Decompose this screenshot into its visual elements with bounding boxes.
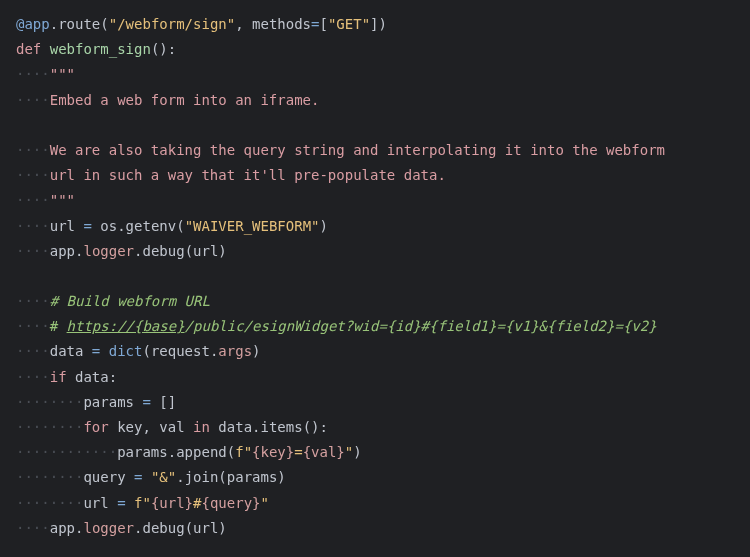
paren-open: ( xyxy=(176,218,184,234)
paren-close: ) xyxy=(353,444,361,460)
parens: () xyxy=(303,419,320,435)
method-name: route xyxy=(58,16,100,32)
equals: = xyxy=(83,343,108,359)
blank-line xyxy=(16,541,734,557)
code-line-7: ····""" xyxy=(16,188,734,213)
paren-close: ) xyxy=(319,218,327,234)
code-line-1: @app.route("/webform/sign", methods=["GE… xyxy=(16,12,734,37)
indent-guide: ········ xyxy=(16,495,83,511)
equals: = xyxy=(311,16,319,32)
paren-open: ( xyxy=(100,16,108,32)
paren-open: ( xyxy=(185,243,193,259)
string-text: = xyxy=(294,444,302,460)
keyword-in: in xyxy=(193,419,210,435)
method: append xyxy=(176,444,227,460)
variable: params xyxy=(83,394,134,410)
blank-line xyxy=(16,113,734,138)
comment-url: https://{base} xyxy=(67,318,185,334)
code-line-16: ············params.append(f"{key}={val}"… xyxy=(16,440,734,465)
equals: = xyxy=(134,394,159,410)
object: app xyxy=(50,520,75,536)
docstring-close: """ xyxy=(50,192,75,208)
empty-list: [] xyxy=(159,394,176,410)
indent-guide: ···· xyxy=(16,293,50,309)
colon: : xyxy=(109,369,117,385)
property: logger xyxy=(83,243,134,259)
property: logger xyxy=(83,520,134,536)
paren-open: ( xyxy=(142,343,150,359)
equals: = xyxy=(126,469,151,485)
equals: = xyxy=(75,218,100,234)
indent-guide: ········ xyxy=(16,469,83,485)
fstring-expr: {query} xyxy=(202,495,261,511)
variable: key xyxy=(117,419,142,435)
object: app xyxy=(50,243,75,259)
code-line-11: ····# https://{base}/public/esignWidget?… xyxy=(16,314,734,339)
string-literal: "GET" xyxy=(328,16,370,32)
paren-open: ( xyxy=(218,469,226,485)
indent-guide: ···· xyxy=(16,192,50,208)
code-line-6: ····url in such a way that it'll pre-pop… xyxy=(16,163,734,188)
bracket-open: [ xyxy=(320,16,328,32)
keyword-if: if xyxy=(50,369,67,385)
function-name: webform_sign xyxy=(50,41,151,57)
object: data xyxy=(218,419,252,435)
dot: . xyxy=(117,218,125,234)
code-line-4: ····Embed a web form into an iframe. xyxy=(16,88,734,113)
space xyxy=(185,419,193,435)
paren-close: ) xyxy=(252,343,260,359)
code-line-2: def webform_sign(): xyxy=(16,37,734,62)
object: os xyxy=(100,218,117,234)
colon: : xyxy=(320,419,328,435)
variable: data xyxy=(50,343,84,359)
paren-open: ( xyxy=(227,444,235,460)
indent-guide: ···· xyxy=(16,142,50,158)
comment: # Build webform URL xyxy=(50,293,210,309)
code-line-12: ····data = dict(request.args) xyxy=(16,339,734,364)
method: join xyxy=(185,469,219,485)
indent-guide: ············ xyxy=(16,444,117,460)
method: debug xyxy=(142,520,184,536)
string-literal: "WAIVER_WEBFORM" xyxy=(185,218,320,234)
method: debug xyxy=(142,243,184,259)
indent-guide: ···· xyxy=(16,92,50,108)
fstring-expr: {url} xyxy=(151,495,193,511)
argument: params xyxy=(227,469,278,485)
keyword-for: for xyxy=(83,419,108,435)
code-line-10: ····# Build webform URL xyxy=(16,289,734,314)
indent-guide: ········ xyxy=(16,419,83,435)
variable: val xyxy=(159,419,184,435)
comment-hash: # xyxy=(50,318,67,334)
equals: = xyxy=(109,495,134,511)
docstring-open: """ xyxy=(50,66,75,82)
bracket-close: ] xyxy=(370,16,378,32)
kwarg: methods xyxy=(252,16,311,32)
dot: . xyxy=(176,469,184,485)
keyword-def: def xyxy=(16,41,41,57)
space xyxy=(41,41,49,57)
indent-guide: ···· xyxy=(16,218,50,234)
docstring-text: We are also taking the query string and … xyxy=(50,142,665,158)
decorator: @app xyxy=(16,16,50,32)
code-line-18: ········url = f"{url}#{query}" xyxy=(16,491,734,516)
indent-guide: ···· xyxy=(16,343,50,359)
docstring-text: url in such a way that it'll pre-populat… xyxy=(50,167,446,183)
comma: , xyxy=(142,419,159,435)
indent-guide: ···· xyxy=(16,369,50,385)
indent-guide: ···· xyxy=(16,167,50,183)
method: items xyxy=(261,419,303,435)
code-line-5: ····We are also taking the query string … xyxy=(16,138,734,163)
quote: " xyxy=(244,444,252,460)
f-prefix: f xyxy=(235,444,243,460)
dot: . xyxy=(252,419,260,435)
variable: url xyxy=(83,495,108,511)
string-text: # xyxy=(193,495,201,511)
docstring-text: Embed a web form into an iframe. xyxy=(50,92,320,108)
indent-guide: ···· xyxy=(16,66,50,82)
string-literal: "/webform/sign" xyxy=(109,16,235,32)
paren-open: ( xyxy=(185,520,193,536)
paren-close: ) xyxy=(277,469,285,485)
paren-close: ) xyxy=(218,520,226,536)
variable: query xyxy=(83,469,125,485)
indent-guide: ···· xyxy=(16,243,50,259)
